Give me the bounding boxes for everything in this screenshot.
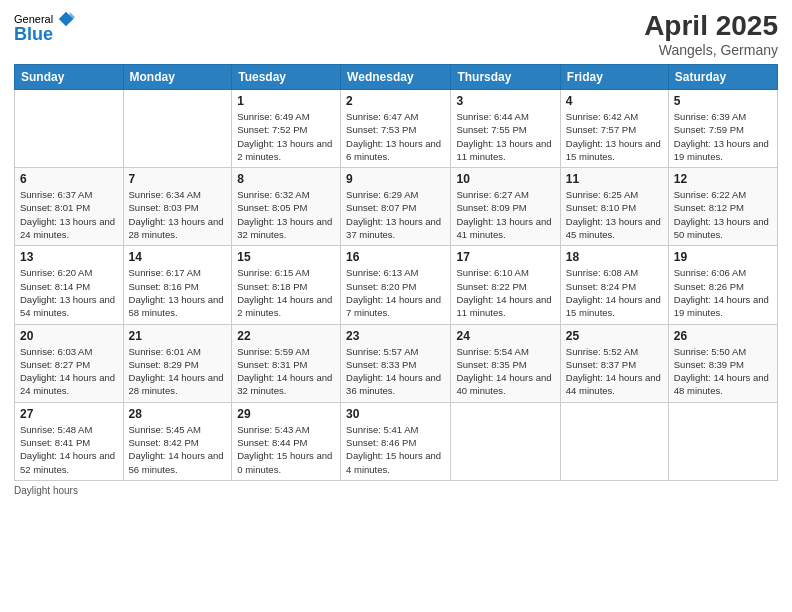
day-header: Friday — [560, 65, 668, 90]
day-cell: 8Sunrise: 6:32 AM Sunset: 8:05 PM Daylig… — [232, 168, 341, 246]
day-number: 24 — [456, 329, 554, 343]
week-row: 20Sunrise: 6:03 AM Sunset: 8:27 PM Dayli… — [15, 324, 778, 402]
day-cell — [451, 402, 560, 480]
logo: General Blue — [14, 10, 75, 45]
logo-blue: Blue — [14, 24, 53, 45]
day-info: Sunrise: 6:15 AM Sunset: 8:18 PM Dayligh… — [237, 266, 335, 319]
day-info: Sunrise: 5:54 AM Sunset: 8:35 PM Dayligh… — [456, 345, 554, 398]
day-info: Sunrise: 6:17 AM Sunset: 8:16 PM Dayligh… — [129, 266, 227, 319]
day-number: 11 — [566, 172, 663, 186]
day-number: 27 — [20, 407, 118, 421]
calendar: SundayMondayTuesdayWednesdayThursdayFrid… — [14, 64, 778, 481]
day-cell: 23Sunrise: 5:57 AM Sunset: 8:33 PM Dayli… — [341, 324, 451, 402]
day-number: 8 — [237, 172, 335, 186]
day-header: Monday — [123, 65, 232, 90]
day-number: 30 — [346, 407, 445, 421]
day-number: 22 — [237, 329, 335, 343]
day-info: Sunrise: 6:49 AM Sunset: 7:52 PM Dayligh… — [237, 110, 335, 163]
day-cell: 19Sunrise: 6:06 AM Sunset: 8:26 PM Dayli… — [668, 246, 777, 324]
day-cell: 14Sunrise: 6:17 AM Sunset: 8:16 PM Dayli… — [123, 246, 232, 324]
day-header: Saturday — [668, 65, 777, 90]
day-number: 28 — [129, 407, 227, 421]
day-cell — [15, 90, 124, 168]
day-cell: 28Sunrise: 5:45 AM Sunset: 8:42 PM Dayli… — [123, 402, 232, 480]
day-cell: 2Sunrise: 6:47 AM Sunset: 7:53 PM Daylig… — [341, 90, 451, 168]
day-info: Sunrise: 5:41 AM Sunset: 8:46 PM Dayligh… — [346, 423, 445, 476]
day-number: 6 — [20, 172, 118, 186]
day-cell — [668, 402, 777, 480]
footer-note: Daylight hours — [14, 485, 778, 496]
day-cell: 29Sunrise: 5:43 AM Sunset: 8:44 PM Dayli… — [232, 402, 341, 480]
day-cell: 15Sunrise: 6:15 AM Sunset: 8:18 PM Dayli… — [232, 246, 341, 324]
logo-icon — [57, 10, 75, 28]
day-info: Sunrise: 6:03 AM Sunset: 8:27 PM Dayligh… — [20, 345, 118, 398]
day-info: Sunrise: 5:57 AM Sunset: 8:33 PM Dayligh… — [346, 345, 445, 398]
day-header: Tuesday — [232, 65, 341, 90]
day-info: Sunrise: 6:08 AM Sunset: 8:24 PM Dayligh… — [566, 266, 663, 319]
day-number: 1 — [237, 94, 335, 108]
day-info: Sunrise: 6:39 AM Sunset: 7:59 PM Dayligh… — [674, 110, 772, 163]
day-header: Wednesday — [341, 65, 451, 90]
week-row: 27Sunrise: 5:48 AM Sunset: 8:41 PM Dayli… — [15, 402, 778, 480]
day-cell: 9Sunrise: 6:29 AM Sunset: 8:07 PM Daylig… — [341, 168, 451, 246]
day-number: 9 — [346, 172, 445, 186]
svg-marker-1 — [70, 12, 75, 23]
day-number: 25 — [566, 329, 663, 343]
day-header: Sunday — [15, 65, 124, 90]
day-info: Sunrise: 6:47 AM Sunset: 7:53 PM Dayligh… — [346, 110, 445, 163]
day-cell: 16Sunrise: 6:13 AM Sunset: 8:20 PM Dayli… — [341, 246, 451, 324]
day-info: Sunrise: 5:50 AM Sunset: 8:39 PM Dayligh… — [674, 345, 772, 398]
day-number: 21 — [129, 329, 227, 343]
day-cell: 1Sunrise: 6:49 AM Sunset: 7:52 PM Daylig… — [232, 90, 341, 168]
day-cell: 22Sunrise: 5:59 AM Sunset: 8:31 PM Dayli… — [232, 324, 341, 402]
day-number: 18 — [566, 250, 663, 264]
day-cell: 10Sunrise: 6:27 AM Sunset: 8:09 PM Dayli… — [451, 168, 560, 246]
day-info: Sunrise: 5:59 AM Sunset: 8:31 PM Dayligh… — [237, 345, 335, 398]
day-info: Sunrise: 5:48 AM Sunset: 8:41 PM Dayligh… — [20, 423, 118, 476]
day-cell: 11Sunrise: 6:25 AM Sunset: 8:10 PM Dayli… — [560, 168, 668, 246]
day-number: 5 — [674, 94, 772, 108]
page: General Blue April 2025 Wangels, Germany… — [0, 0, 792, 612]
day-header: Thursday — [451, 65, 560, 90]
day-info: Sunrise: 5:52 AM Sunset: 8:37 PM Dayligh… — [566, 345, 663, 398]
day-cell — [560, 402, 668, 480]
day-cell: 12Sunrise: 6:22 AM Sunset: 8:12 PM Dayli… — [668, 168, 777, 246]
day-info: Sunrise: 6:44 AM Sunset: 7:55 PM Dayligh… — [456, 110, 554, 163]
day-info: Sunrise: 6:42 AM Sunset: 7:57 PM Dayligh… — [566, 110, 663, 163]
day-number: 13 — [20, 250, 118, 264]
day-number: 29 — [237, 407, 335, 421]
day-number: 7 — [129, 172, 227, 186]
week-row: 13Sunrise: 6:20 AM Sunset: 8:14 PM Dayli… — [15, 246, 778, 324]
day-number: 15 — [237, 250, 335, 264]
day-cell: 20Sunrise: 6:03 AM Sunset: 8:27 PM Dayli… — [15, 324, 124, 402]
day-info: Sunrise: 5:43 AM Sunset: 8:44 PM Dayligh… — [237, 423, 335, 476]
day-cell: 4Sunrise: 6:42 AM Sunset: 7:57 PM Daylig… — [560, 90, 668, 168]
day-number: 3 — [456, 94, 554, 108]
day-number: 12 — [674, 172, 772, 186]
day-info: Sunrise: 6:01 AM Sunset: 8:29 PM Dayligh… — [129, 345, 227, 398]
day-cell: 5Sunrise: 6:39 AM Sunset: 7:59 PM Daylig… — [668, 90, 777, 168]
day-cell: 3Sunrise: 6:44 AM Sunset: 7:55 PM Daylig… — [451, 90, 560, 168]
day-number: 2 — [346, 94, 445, 108]
day-cell: 17Sunrise: 6:10 AM Sunset: 8:22 PM Dayli… — [451, 246, 560, 324]
day-info: Sunrise: 6:06 AM Sunset: 8:26 PM Dayligh… — [674, 266, 772, 319]
day-cell: 18Sunrise: 6:08 AM Sunset: 8:24 PM Dayli… — [560, 246, 668, 324]
day-info: Sunrise: 6:20 AM Sunset: 8:14 PM Dayligh… — [20, 266, 118, 319]
week-row: 6Sunrise: 6:37 AM Sunset: 8:01 PM Daylig… — [15, 168, 778, 246]
day-number: 26 — [674, 329, 772, 343]
day-number: 16 — [346, 250, 445, 264]
day-info: Sunrise: 6:22 AM Sunset: 8:12 PM Dayligh… — [674, 188, 772, 241]
day-number: 10 — [456, 172, 554, 186]
week-row: 1Sunrise: 6:49 AM Sunset: 7:52 PM Daylig… — [15, 90, 778, 168]
day-info: Sunrise: 6:29 AM Sunset: 8:07 PM Dayligh… — [346, 188, 445, 241]
day-number: 4 — [566, 94, 663, 108]
title-block: April 2025 Wangels, Germany — [644, 10, 778, 58]
header: General Blue April 2025 Wangels, Germany — [14, 10, 778, 58]
day-cell: 25Sunrise: 5:52 AM Sunset: 8:37 PM Dayli… — [560, 324, 668, 402]
day-info: Sunrise: 6:34 AM Sunset: 8:03 PM Dayligh… — [129, 188, 227, 241]
day-cell: 7Sunrise: 6:34 AM Sunset: 8:03 PM Daylig… — [123, 168, 232, 246]
header-row: SundayMondayTuesdayWednesdayThursdayFrid… — [15, 65, 778, 90]
day-number: 23 — [346, 329, 445, 343]
month-title: April 2025 — [644, 10, 778, 42]
day-cell: 6Sunrise: 6:37 AM Sunset: 8:01 PM Daylig… — [15, 168, 124, 246]
